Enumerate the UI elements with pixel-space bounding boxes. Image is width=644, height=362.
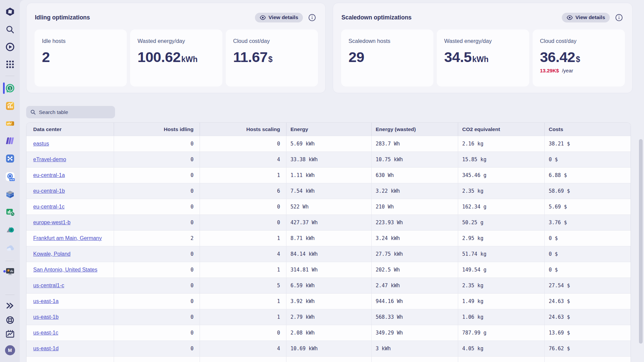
sidebar-divider — [5, 295, 14, 295]
teal-shapes-icon — [5, 225, 15, 235]
costs-cell: 76.62 $ — [544, 341, 631, 356]
chevrons-right-icon — [5, 301, 15, 311]
purple-layers-icon — [5, 136, 15, 146]
data-center-link[interactable]: Kowale, Poland — [33, 251, 70, 257]
co2-cell: 50.25 g — [458, 215, 544, 230]
energy-cell: 522 Wh — [286, 199, 371, 215]
search-nav-icon[interactable] — [5, 24, 15, 35]
column-header-co2[interactable]: CO2 equivalent — [458, 123, 544, 136]
yearly-cost-value: 13.29K$ — [540, 68, 559, 73]
data-center-link[interactable]: us-east-1b — [33, 314, 59, 320]
sidebar-item-report[interactable] — [5, 101, 15, 111]
data-center-link[interactable]: us-east-1a — [33, 298, 59, 304]
data-center-link[interactable]: eu-central-1a — [33, 172, 65, 178]
column-header-energy-wasted[interactable]: Energy (wasted) — [371, 123, 458, 136]
search-input[interactable] — [39, 109, 111, 115]
stat-value: 36.42 — [540, 49, 575, 65]
column-header-hosts-scaling[interactable]: Hosts scaling — [200, 123, 286, 136]
info-icon — [308, 14, 316, 21]
hosts-scaling-cell: 1 — [200, 231, 286, 246]
data-center-link[interactable]: eTravel-demo — [33, 157, 66, 163]
costs-cell: 27.54 $ — [544, 278, 631, 293]
table-row: us-east-1b 0 1 2.79 kWh 568.33 Wh 1.06 k… — [26, 309, 631, 325]
stat-value: 29 — [348, 49, 364, 65]
data-center-link[interactable]: eu-central-1b — [33, 188, 65, 194]
idling-view-details-button[interactable]: View details — [255, 13, 303, 22]
stat-label: Wasted energy/day — [444, 38, 522, 44]
sidebar-divider — [5, 261, 14, 261]
sidebar-item-workflow[interactable] — [5, 154, 15, 164]
data-center-link[interactable]: Frankfurt am Main, Germany — [33, 235, 102, 241]
energy-cell: 1.11 kWh — [286, 168, 371, 183]
apps-grid-icon[interactable] — [5, 59, 15, 69]
table-body: eastus 0 0 5.69 kWh 283.7 Wh 2.16 kg 38.… — [26, 136, 631, 356]
hosts-scaling-cell: 1 — [200, 168, 286, 183]
scaledown-view-details-button[interactable]: View details — [562, 13, 610, 22]
svg-text:1: 1 — [9, 86, 11, 90]
scaledown-info-icon[interactable] — [615, 14, 623, 21]
column-header-energy[interactable]: Energy — [286, 123, 371, 136]
idle-hosts-tile: Idle hosts 2 — [35, 29, 127, 86]
sidebar-item-tasks[interactable] — [5, 118, 15, 128]
info-icon — [615, 14, 623, 21]
table-row: us-east-1d 0 4 10.69 kWh 3 kWh 4.05 kg 7… — [26, 341, 631, 356]
hosts-scaling-cell: 1 — [200, 309, 286, 325]
hosts-scaling-cell: 1 — [200, 294, 286, 309]
co2-cell: 2.16 kg — [458, 136, 544, 152]
costs-cell: 38.21 $ — [544, 136, 631, 152]
data-center-link[interactable]: europe-west1-b — [33, 220, 70, 226]
sidebar-item-optimizer-active[interactable]: 1 — [5, 83, 15, 93]
sidebar-item-teal-app[interactable] — [5, 225, 15, 235]
expand-sidebar-button[interactable] — [5, 301, 15, 311]
hosts-idling-cell: 0 — [114, 341, 200, 356]
sidebar-item-layers[interactable] — [5, 136, 15, 146]
sidebar-item-container[interactable] — [5, 189, 15, 199]
data-center-link[interactable]: us-east-1d — [33, 346, 59, 352]
table-row: San Antonio, United States 0 1 314.81 Wh… — [26, 262, 631, 278]
sidebar: 1 NEW M — [0, 0, 20, 362]
scrollbar-thumb[interactable] — [639, 139, 643, 344]
column-header-hosts-idling[interactable]: Hosts idling — [114, 123, 200, 136]
wasted-energy-tile: Wasted energy/day 34.5kWh — [437, 29, 529, 86]
sidebar-item-clouds[interactable] — [5, 243, 15, 253]
energy-wasted-cell: 10.75 kWh — [371, 152, 458, 167]
table-row: europe-west1-b 0 0 427.37 Wh 223.93 Wh 5… — [26, 215, 631, 230]
wasted-energy-tile: Wasted energy/day 100.62kWh — [130, 29, 222, 86]
hosts-scaling-cell: 4 — [200, 152, 286, 167]
energy-cell: 84.14 kWh — [286, 246, 371, 262]
idling-optimizations-card: Idling optimizations View details Idle h… — [26, 3, 326, 93]
data-center-link[interactable]: us-east-1c — [33, 330, 58, 336]
search-icon — [30, 109, 36, 115]
column-header-costs[interactable]: Costs — [544, 123, 631, 136]
data-center-link[interactable]: us-central1-c — [33, 283, 64, 289]
table-row: eastus 0 0 5.69 kWh 283.7 Wh 2.16 kg 38.… — [26, 136, 631, 152]
sidebar-item-monitor[interactable] — [5, 266, 15, 277]
analytics-button[interactable] — [5, 329, 15, 339]
sidebar-item-kubernetes[interactable]: NEW — [5, 172, 15, 182]
stat-unit: kWh — [472, 55, 489, 64]
system-monitor-icon — [5, 266, 15, 277]
data-center-link[interactable]: eu-central-1c — [33, 204, 64, 210]
idling-info-icon[interactable] — [308, 14, 316, 21]
stat-label: Idle hosts — [42, 38, 119, 44]
energy-cell: 10.69 kWh — [286, 341, 371, 356]
column-header-data-center[interactable]: Data center — [26, 123, 114, 136]
hosts-idling-cell: 0 — [114, 246, 200, 262]
help-button[interactable] — [5, 315, 15, 325]
table-row: eTravel-demo 0 4 33.38 kWh 10.75 kWh 15.… — [26, 152, 631, 167]
data-center-link[interactable]: eastus — [33, 141, 49, 147]
eye-icon — [260, 14, 266, 21]
sidebar-item-spreadsheet[interactable] — [5, 207, 15, 217]
energy-cell: 427.37 Wh — [286, 215, 371, 230]
hosts-scaling-cell: 0 — [200, 325, 286, 341]
run-pipeline-icon[interactable] — [5, 42, 15, 52]
costs-cell: 6.88 $ — [544, 168, 631, 183]
spreadsheet-chart-icon — [5, 207, 15, 217]
play-circle-icon — [5, 42, 15, 52]
energy-cell: 314.81 Wh — [286, 262, 371, 278]
app-logo-icon[interactable] — [5, 7, 15, 17]
hosts-scaling-cell: 0 — [200, 199, 286, 215]
user-avatar[interactable]: M — [5, 345, 15, 355]
data-center-link[interactable]: San Antonio, United States — [33, 267, 97, 273]
energy-wasted-cell: 630 Wh — [371, 168, 458, 183]
